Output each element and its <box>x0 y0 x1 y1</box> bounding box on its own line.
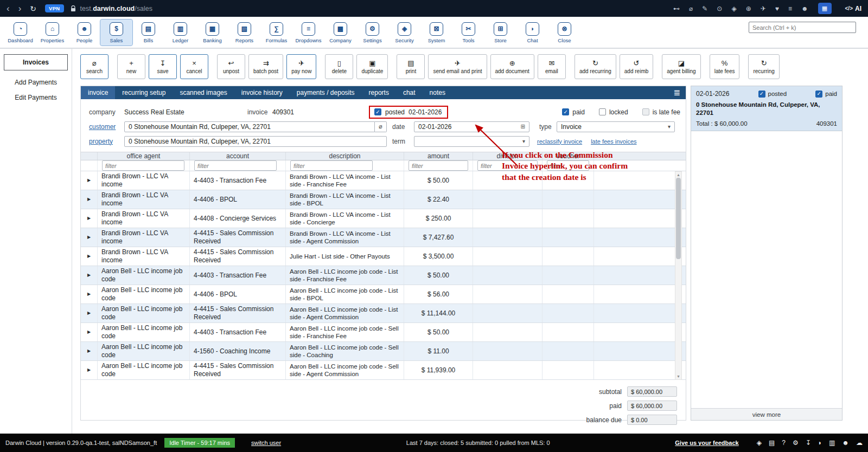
late-fees-invoices-link[interactable]: late fees invoices <box>591 138 636 145</box>
view-more-button[interactable]: view more <box>691 408 842 420</box>
invoice-line-row[interactable]: ▶Aaron Bell - LLC income job code4-4403 … <box>81 266 686 285</box>
filter-input-amount[interactable] <box>409 160 468 171</box>
toolbar-item-properties[interactable]: ⌂Properties <box>36 20 68 46</box>
toolbar-item-reports[interactable]: ▧Reports <box>228 20 260 46</box>
customer-link[interactable]: customer <box>89 123 124 131</box>
invoice-line-row[interactable]: ▶Aaron Bell - LLC income job code4-4415 … <box>81 361 686 380</box>
reclassify-invoice-link[interactable]: reclassify invoice <box>537 138 582 145</box>
shield-icon[interactable]: ◈ <box>757 440 762 446</box>
subtotal-value[interactable]: $ 60,000.00 <box>627 386 677 397</box>
row-expand-icon[interactable]: ▶ <box>81 190 97 209</box>
row-expand-icon[interactable]: ▶ <box>81 266 97 285</box>
row-expand-icon[interactable]: ▶ <box>81 361 97 379</box>
camera-icon[interactable]: ⊙ <box>717 5 722 12</box>
edit-icon[interactable]: ✎ <box>702 5 707 12</box>
row-expand-icon[interactable]: ▶ <box>81 171 97 190</box>
invoice-line-row[interactable]: ▶Brandi Brown - LLC VA income4-4403 - Tr… <box>81 171 686 190</box>
email-button[interactable]: ✉email <box>538 54 566 79</box>
add-reimb-button[interactable]: ↺add reimb <box>620 54 653 79</box>
scroll-up-icon[interactable]: ▲ <box>676 173 680 177</box>
filter-input-office-agent[interactable] <box>102 160 184 171</box>
toolbar-item-chat[interactable]: ◗Chat <box>516 20 548 46</box>
search-button[interactable]: ⌀search <box>80 54 108 79</box>
toolbar-item-settings[interactable]: ⚙Settings <box>356 20 388 46</box>
cancel-button[interactable]: ×cancel <box>180 54 208 79</box>
toolbar-item-close[interactable]: ⊗Close <box>548 20 580 46</box>
cloud-icon[interactable]: ☁ <box>856 440 863 446</box>
term-select[interactable]: ▾ <box>414 136 529 147</box>
row-expand-icon[interactable]: ▶ <box>81 228 97 247</box>
tab-invoice-history[interactable]: invoice history <box>234 86 290 99</box>
property-link[interactable]: property <box>89 138 124 145</box>
paid-value[interactable]: $ 60,000.00 <box>627 401 677 411</box>
toolbar-item-people[interactable]: ☻People <box>68 20 100 46</box>
paid-checkbox[interactable] <box>562 108 569 115</box>
type-select[interactable]: Invoice▾ <box>557 121 675 132</box>
customer-search-icon[interactable]: ⌀ <box>375 121 387 132</box>
summary-paid-checkbox[interactable] <box>815 91 822 98</box>
search-page-icon[interactable]: ⌀ <box>689 5 693 12</box>
filter-input-voucher[interactable] <box>547 160 589 171</box>
invoice-line-row[interactable]: ▶Aaron Bell - LLC income job code4-1560 … <box>81 342 686 361</box>
download-icon[interactable]: ↧ <box>806 440 811 446</box>
send-icon[interactable]: ✈ <box>761 5 766 12</box>
profile-icon[interactable]: ☻ <box>801 5 808 12</box>
key-icon[interactable]: ⊷ <box>673 5 680 12</box>
tab-notes[interactable]: notes <box>423 86 452 99</box>
print-button[interactable]: ▤print <box>397 54 425 79</box>
tab-payments-deposits[interactable]: payments / deposits <box>290 86 362 99</box>
save-button[interactable]: ↧save <box>149 54 177 79</box>
row-expand-icon[interactable]: ▶ <box>81 342 97 360</box>
row-expand-icon[interactable]: ▶ <box>81 247 97 266</box>
invoice-line-row[interactable]: ▶Aaron Bell - LLC income job code4-4415 … <box>81 304 686 323</box>
row-expand-icon[interactable]: ▶ <box>81 304 97 322</box>
grid-scrollbar[interactable]: ▲ ▼ <box>675 171 682 380</box>
toolbar-item-store[interactable]: ⊞Store <box>484 20 516 46</box>
tab-menu-icon[interactable]: ≣ <box>673 88 680 98</box>
filter-input-division[interactable] <box>477 160 538 171</box>
agent-billing-button[interactable]: ◪agent billing <box>662 54 700 79</box>
chat-icon[interactable]: ◗ <box>818 440 822 446</box>
toolbar-item-company[interactable]: ▩Company <box>324 20 356 46</box>
add-document-button[interactable]: ⊕add document <box>490 54 534 79</box>
invoice-line-row[interactable]: ▶Brandi Brown - LLC VA income4-4406 - BP… <box>81 190 686 209</box>
help-icon[interactable]: ? <box>782 440 786 446</box>
toolbar-item-banking[interactable]: ▦Banking <box>196 20 228 46</box>
locked-checkbox[interactable] <box>599 108 606 115</box>
sidebar-item-invoices[interactable]: Invoices <box>4 54 68 70</box>
invoice-line-row[interactable]: ▶Brandi Brown - LLC VA income4-4415 - Sa… <box>81 247 686 266</box>
tab-recurring-setup[interactable]: recurring setup <box>115 86 173 99</box>
customer-input[interactable]: 0 Stonehouse Mountain Rd, Culpeper, VA, … <box>124 121 375 132</box>
scroll-down-icon[interactable]: ▼ <box>676 374 680 378</box>
notes-icon[interactable]: ▥ <box>829 440 835 446</box>
extension-icon[interactable]: ▦ <box>818 3 832 14</box>
scroll-thumb[interactable] <box>676 178 681 259</box>
calendar-icon[interactable]: ⊞ <box>521 124 525 130</box>
user-icon[interactable]: ☻ <box>842 440 849 446</box>
row-expand-icon[interactable]: ▶ <box>81 209 97 228</box>
batch-post-button[interactable]: ⇉batch post <box>248 54 283 79</box>
summary-posted-checkbox[interactable] <box>758 91 765 98</box>
feedback-link[interactable]: Give us your feedback <box>675 440 738 446</box>
new-button[interactable]: +new <box>117 54 145 79</box>
toolbar-item-sales[interactable]: $Sales <box>100 20 132 46</box>
ai-assistant-button[interactable]: </> AI <box>839 5 861 12</box>
toolbar-item-dropdowns[interactable]: ≡Dropdowns <box>292 20 324 46</box>
invoice-summary-card[interactable]: 02-01-2026 posted paid 0 Stonehouse Moun… <box>691 86 842 131</box>
row-expand-icon[interactable]: ▶ <box>81 323 97 341</box>
document-icon[interactable]: ▤ <box>769 440 775 446</box>
switch-user-link[interactable]: switch user <box>251 440 281 446</box>
global-search-input[interactable] <box>749 22 856 33</box>
invoice-line-row[interactable]: ▶Aaron Bell - LLC income job code4-4403 … <box>81 323 686 342</box>
sidebar-item-edit-payments[interactable]: Edit Payments <box>0 90 72 105</box>
property-input[interactable]: 0 Stonehouse Mountain Rd, Culpeper, VA, … <box>124 136 387 147</box>
row-expand-icon[interactable]: ▶ <box>81 285 97 304</box>
tab-chat[interactable]: chat <box>396 86 423 99</box>
gear-icon[interactable]: ⚙ <box>793 440 799 446</box>
late-fee-checkbox[interactable] <box>642 108 649 115</box>
toolbar-item-dashboard[interactable]: ◔Dashboard <box>4 20 36 46</box>
toolbar-item-bills[interactable]: ▤Bills <box>132 20 164 46</box>
tab-invoice[interactable]: invoice <box>81 86 115 99</box>
back-icon[interactable]: ‹ <box>7 4 10 13</box>
pay-now-button[interactable]: ✈pay now <box>286 54 316 79</box>
